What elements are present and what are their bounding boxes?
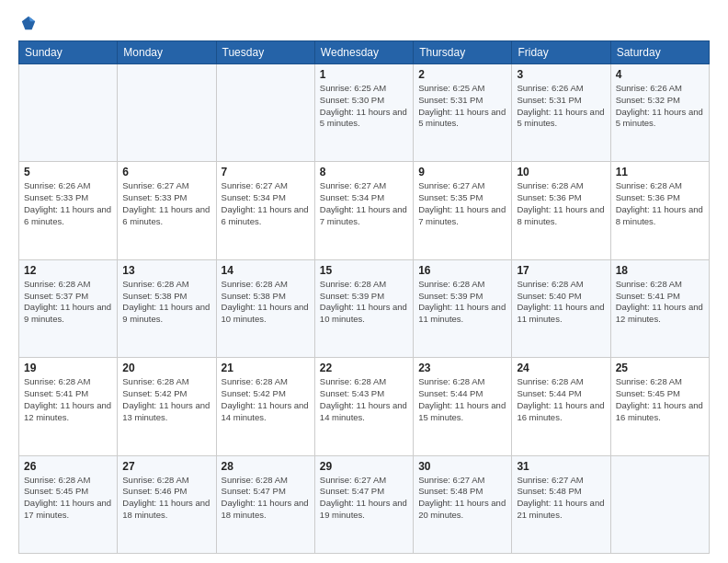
day-number: 20 <box>122 362 210 374</box>
calendar-cell: 10Sunrise: 6:28 AM Sunset: 5:36 PM Dayli… <box>512 162 610 259</box>
day-info: Sunrise: 6:27 AM Sunset: 5:35 PM Dayligh… <box>418 180 506 227</box>
weekday-header-row: SundayMondayTuesdayWednesdayThursdayFrid… <box>19 41 710 64</box>
day-number: 6 <box>122 166 210 178</box>
calendar-cell: 2Sunrise: 6:25 AM Sunset: 5:31 PM Daylig… <box>414 64 512 162</box>
calendar-cell: 26Sunrise: 6:28 AM Sunset: 5:45 PM Dayli… <box>19 455 118 553</box>
logo <box>18 15 37 31</box>
day-number: 13 <box>122 264 210 277</box>
calendar-cell: 17Sunrise: 6:28 AM Sunset: 5:40 PM Dayli… <box>512 259 610 357</box>
day-info: Sunrise: 6:28 AM Sunset: 5:40 PM Dayligh… <box>517 279 605 326</box>
calendar-cell: 31Sunrise: 6:27 AM Sunset: 5:48 PM Dayli… <box>512 455 610 553</box>
weekday-monday: Monday <box>118 41 216 64</box>
day-info: Sunrise: 6:27 AM Sunset: 5:47 PM Dayligh… <box>320 475 408 522</box>
week-row-1: 1Sunrise: 6:25 AM Sunset: 5:30 PM Daylig… <box>19 64 710 162</box>
day-info: Sunrise: 6:26 AM Sunset: 5:33 PM Dayligh… <box>24 180 112 227</box>
day-info: Sunrise: 6:28 AM Sunset: 5:38 PM Dayligh… <box>122 279 210 326</box>
calendar-cell <box>610 455 709 553</box>
calendar-cell: 4Sunrise: 6:26 AM Sunset: 5:32 PM Daylig… <box>610 64 709 162</box>
weekday-tuesday: Tuesday <box>216 41 314 64</box>
day-number: 19 <box>24 362 112 374</box>
day-number: 25 <box>616 362 704 374</box>
calendar-cell: 6Sunrise: 6:27 AM Sunset: 5:33 PM Daylig… <box>118 162 216 259</box>
day-number: 29 <box>320 460 408 473</box>
calendar-cell: 16Sunrise: 6:28 AM Sunset: 5:39 PM Dayli… <box>414 259 512 357</box>
day-number: 2 <box>418 68 506 81</box>
calendar-cell <box>118 64 216 162</box>
day-number: 4 <box>616 68 704 81</box>
day-info: Sunrise: 6:28 AM Sunset: 5:39 PM Dayligh… <box>418 279 506 326</box>
day-info: Sunrise: 6:28 AM Sunset: 5:47 PM Dayligh… <box>222 475 310 522</box>
calendar-cell: 27Sunrise: 6:28 AM Sunset: 5:46 PM Dayli… <box>118 455 216 553</box>
day-number: 24 <box>517 362 605 374</box>
page: SundayMondayTuesdayWednesdayThursdayFrid… <box>0 0 728 563</box>
calendar-cell: 15Sunrise: 6:28 AM Sunset: 5:39 PM Dayli… <box>314 259 413 357</box>
calendar-cell: 22Sunrise: 6:28 AM Sunset: 5:43 PM Dayli… <box>314 358 413 455</box>
calendar-cell: 21Sunrise: 6:28 AM Sunset: 5:42 PM Dayli… <box>216 358 314 455</box>
day-number: 23 <box>418 362 506 374</box>
calendar-cell <box>19 64 118 162</box>
day-number: 28 <box>222 460 310 473</box>
day-number: 9 <box>418 166 506 178</box>
day-info: Sunrise: 6:28 AM Sunset: 5:38 PM Dayligh… <box>222 279 310 326</box>
day-info: Sunrise: 6:28 AM Sunset: 5:41 PM Dayligh… <box>616 279 704 326</box>
day-info: Sunrise: 6:27 AM Sunset: 5:34 PM Dayligh… <box>222 180 310 227</box>
day-number: 10 <box>517 166 605 178</box>
calendar-cell: 1Sunrise: 6:25 AM Sunset: 5:30 PM Daylig… <box>314 64 413 162</box>
day-info: Sunrise: 6:28 AM Sunset: 5:36 PM Dayligh… <box>616 180 704 227</box>
weekday-saturday: Saturday <box>610 41 709 64</box>
week-row-3: 12Sunrise: 6:28 AM Sunset: 5:37 PM Dayli… <box>19 259 710 357</box>
weekday-sunday: Sunday <box>19 41 118 64</box>
day-info: Sunrise: 6:28 AM Sunset: 5:44 PM Dayligh… <box>418 376 506 423</box>
calendar-cell: 7Sunrise: 6:27 AM Sunset: 5:34 PM Daylig… <box>216 162 314 259</box>
calendar-cell: 3Sunrise: 6:26 AM Sunset: 5:31 PM Daylig… <box>512 64 610 162</box>
calendar-cell: 18Sunrise: 6:28 AM Sunset: 5:41 PM Dayli… <box>610 259 709 357</box>
day-number: 7 <box>222 166 310 178</box>
day-info: Sunrise: 6:25 AM Sunset: 5:30 PM Dayligh… <box>320 83 408 130</box>
day-info: Sunrise: 6:27 AM Sunset: 5:34 PM Dayligh… <box>320 180 408 227</box>
calendar-cell: 28Sunrise: 6:28 AM Sunset: 5:47 PM Dayli… <box>216 455 314 553</box>
day-info: Sunrise: 6:26 AM Sunset: 5:31 PM Dayligh… <box>517 83 605 130</box>
calendar-cell: 8Sunrise: 6:27 AM Sunset: 5:34 PM Daylig… <box>314 162 413 259</box>
day-number: 31 <box>517 460 605 473</box>
calendar-cell: 9Sunrise: 6:27 AM Sunset: 5:35 PM Daylig… <box>414 162 512 259</box>
day-info: Sunrise: 6:28 AM Sunset: 5:36 PM Dayligh… <box>517 180 605 227</box>
calendar-cell: 11Sunrise: 6:28 AM Sunset: 5:36 PM Dayli… <box>610 162 709 259</box>
day-number: 22 <box>320 362 408 374</box>
day-info: Sunrise: 6:28 AM Sunset: 5:45 PM Dayligh… <box>616 376 704 423</box>
week-row-5: 26Sunrise: 6:28 AM Sunset: 5:45 PM Dayli… <box>19 455 710 553</box>
calendar-cell: 25Sunrise: 6:28 AM Sunset: 5:45 PM Dayli… <box>610 358 709 455</box>
day-info: Sunrise: 6:28 AM Sunset: 5:37 PM Dayligh… <box>24 279 112 326</box>
day-number: 27 <box>122 460 210 473</box>
day-info: Sunrise: 6:28 AM Sunset: 5:41 PM Dayligh… <box>24 376 112 423</box>
day-number: 18 <box>616 264 704 277</box>
day-info: Sunrise: 6:28 AM Sunset: 5:45 PM Dayligh… <box>24 475 112 522</box>
day-number: 1 <box>320 68 408 81</box>
weekday-thursday: Thursday <box>414 41 512 64</box>
day-number: 8 <box>320 166 408 178</box>
header <box>18 15 710 31</box>
day-info: Sunrise: 6:28 AM Sunset: 5:42 PM Dayligh… <box>222 376 310 423</box>
logo-icon <box>20 15 37 31</box>
day-number: 5 <box>24 166 112 178</box>
day-info: Sunrise: 6:28 AM Sunset: 5:43 PM Dayligh… <box>320 376 408 423</box>
weekday-friday: Friday <box>512 41 610 64</box>
day-info: Sunrise: 6:28 AM Sunset: 5:46 PM Dayligh… <box>122 475 210 522</box>
day-number: 3 <box>517 68 605 81</box>
day-info: Sunrise: 6:28 AM Sunset: 5:42 PM Dayligh… <box>122 376 210 423</box>
calendar-cell: 13Sunrise: 6:28 AM Sunset: 5:38 PM Dayli… <box>118 259 216 357</box>
calendar-cell: 29Sunrise: 6:27 AM Sunset: 5:47 PM Dayli… <box>314 455 413 553</box>
calendar-cell <box>216 64 314 162</box>
day-info: Sunrise: 6:27 AM Sunset: 5:48 PM Dayligh… <box>517 475 605 522</box>
day-number: 17 <box>517 264 605 277</box>
day-number: 30 <box>418 460 506 473</box>
calendar-table: SundayMondayTuesdayWednesdayThursdayFrid… <box>18 40 710 554</box>
weekday-wednesday: Wednesday <box>314 41 413 64</box>
svg-marker-0 <box>22 17 35 29</box>
calendar-cell: 14Sunrise: 6:28 AM Sunset: 5:38 PM Dayli… <box>216 259 314 357</box>
day-number: 21 <box>222 362 310 374</box>
day-info: Sunrise: 6:27 AM Sunset: 5:48 PM Dayligh… <box>418 475 506 522</box>
week-row-4: 19Sunrise: 6:28 AM Sunset: 5:41 PM Dayli… <box>19 358 710 455</box>
day-info: Sunrise: 6:27 AM Sunset: 5:33 PM Dayligh… <box>122 180 210 227</box>
calendar-cell: 19Sunrise: 6:28 AM Sunset: 5:41 PM Dayli… <box>19 358 118 455</box>
calendar-cell: 30Sunrise: 6:27 AM Sunset: 5:48 PM Dayli… <box>414 455 512 553</box>
